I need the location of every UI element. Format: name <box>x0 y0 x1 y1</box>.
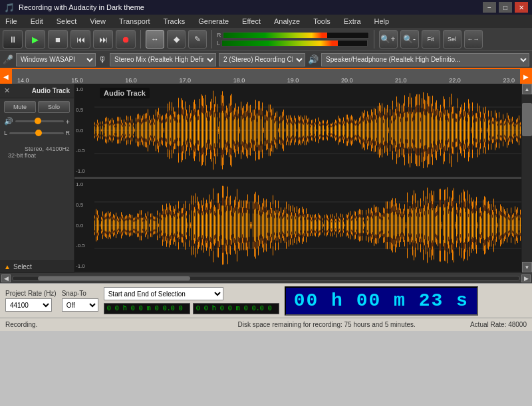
track-panel: ✕ Audio Track Mute Solo 🔊 + L <box>0 84 74 272</box>
waveform-area[interactable]: 1.0 0.5 0.0 -0.5 -1.0 1.0 0.5 0.0 -0.5 -… <box>74 84 521 272</box>
zoom-in-button[interactable]: 🔍+ <box>379 30 398 49</box>
zoom-out-button[interactable]: 🔍- <box>400 30 419 49</box>
envelope-tool-button[interactable]: ◆ <box>167 30 186 49</box>
solo-button[interactable]: Solo <box>38 101 70 113</box>
status-bar: Recording. Disk space remaining for reco… <box>0 318 532 331</box>
window-controls: − □ ✕ <box>483 2 528 13</box>
scroll-up-button[interactable]: ▲ <box>522 84 532 94</box>
input-select[interactable]: Stereo Mix (Realtek High Definition Audi… <box>110 53 216 66</box>
waveform-top-canvas <box>94 84 521 177</box>
tick-17: 17.0 <box>179 77 191 84</box>
horizontal-scrollbar: ◀ ▶ <box>0 272 532 283</box>
status-disk-space: Disk space remaining for recording: 75 h… <box>237 321 456 328</box>
project-rate-select[interactable]: 44100 <box>5 298 52 312</box>
mute-button[interactable]: Mute <box>4 101 36 113</box>
vu-bar-l-container <box>221 40 368 47</box>
scroll-left-button[interactable]: ◀ <box>1 274 11 282</box>
menu-edit[interactable]: Edit <box>28 16 46 27</box>
host-icon: 🎤 <box>3 54 13 64</box>
skip-start-button[interactable]: ⏮ <box>70 30 90 49</box>
menu-effect[interactable]: Effect <box>239 16 263 27</box>
output-select[interactable]: Speaker/Headphone (Realtek High Definiti… <box>321 53 529 66</box>
menu-extra[interactable]: Extra <box>341 16 364 27</box>
time-display: 00 h 00 m 23 s <box>285 286 478 316</box>
scroll-right-button[interactable]: ▶ <box>521 274 531 282</box>
close-button[interactable]: ✕ <box>515 2 528 13</box>
output-icon: 🔊 <box>308 54 319 64</box>
channels-select[interactable]: 2 (Stereo) Recording Chann... <box>219 53 305 66</box>
timeline-scroll-right[interactable]: ▶ <box>520 68 532 84</box>
menu-analyze[interactable]: Analyze <box>271 16 303 27</box>
amplitude-scale-top: 1.0 0.5 0.0 -0.5 -1.0 <box>74 84 94 177</box>
vu-label-r: R <box>217 32 221 39</box>
separator-1 <box>140 30 141 49</box>
menu-generate[interactable]: Generate <box>196 16 231 27</box>
track-title: Audio Track <box>32 87 70 94</box>
track-container: ✕ Audio Track Mute Solo 🔊 + L <box>0 84 532 272</box>
menu-help[interactable]: Help <box>372 16 392 27</box>
menu-select[interactable]: Select <box>54 16 80 27</box>
select-tool-button[interactable]: ↔ <box>146 30 164 49</box>
vu-label-l: L <box>217 40 220 47</box>
tick-15: 15.0 <box>71 77 83 84</box>
bottom-controls: Project Rate (Hz) 44100 Snap-To Off Star… <box>0 283 532 318</box>
scroll-down-button[interactable]: ▼ <box>522 262 532 272</box>
scroll-thumb-v[interactable] <box>522 103 532 136</box>
zoom-sel-button[interactable]: Sel <box>443 30 462 49</box>
title-bar: 🎵 Recording with Audacity in Dark theme … <box>0 0 532 15</box>
skip-end-button[interactable]: ⏭ <box>93 30 113 49</box>
time-start-input[interactable] <box>104 303 190 314</box>
track-select-label[interactable]: Select <box>13 263 32 270</box>
tick-21: 21.0 <box>395 77 407 84</box>
tick-14: 14.0 <box>17 77 29 84</box>
separator-3 <box>374 30 374 49</box>
zoom-fit-button[interactable]: Fit <box>422 30 440 49</box>
vu-fill-l <box>222 41 338 46</box>
scroll-thumb-h[interactable] <box>38 276 190 280</box>
gain-icon: 🔊 <box>4 117 13 126</box>
menu-view[interactable]: View <box>87 16 108 27</box>
timeline-scroll-left[interactable]: ◀ <box>0 68 12 84</box>
gain-slider-row: 🔊 + <box>4 117 70 126</box>
track-expand-icon[interactable]: ▲ <box>4 263 11 270</box>
tick-18: 18.0 <box>233 77 245 84</box>
toolbar-area: ⏸ ▶ ■ ⏮ ⏭ ⏺ ↔ ◆ ✎ R L <box>0 28 532 51</box>
vertical-scrollbar: ▲ ▼ <box>521 84 532 272</box>
gain-thumb[interactable] <box>35 118 41 124</box>
draw-tool-button[interactable]: ✎ <box>188 30 207 49</box>
tick-19: 19.0 <box>287 77 299 84</box>
play-button[interactable]: ▶ <box>25 30 45 49</box>
pan-thumb[interactable] <box>35 130 42 136</box>
time-end-input[interactable] <box>193 303 279 314</box>
selection-type-select[interactable]: Start and End of Selection <box>104 287 223 300</box>
time-inputs <box>104 303 279 314</box>
menu-tracks[interactable]: Tracks <box>161 16 188 27</box>
app-icon: 🎵 <box>4 3 15 13</box>
record-button[interactable]: ⏺ <box>116 30 136 49</box>
scroll-track-h <box>12 276 520 281</box>
pause-button[interactable]: ⏸ <box>3 30 23 49</box>
snap-to-group: Snap-To Off <box>62 290 98 312</box>
maximize-button[interactable]: □ <box>499 2 512 13</box>
project-rate-label: Project Rate (Hz) <box>5 290 57 297</box>
snap-to-select[interactable]: Off <box>62 298 98 312</box>
menu-transport[interactable]: Transport <box>116 16 153 27</box>
menu-file[interactable]: File <box>3 16 20 27</box>
main-content: ✕ Audio Track Mute Solo 🔊 + L <box>0 84 532 283</box>
host-select[interactable]: Windows WASAPI <box>16 53 96 66</box>
stop-button[interactable]: ■ <box>48 30 68 49</box>
vu-meter: R L <box>217 32 369 47</box>
timeline-ruler: ◀ 14.0 15.0 16.0 17.0 18.0 19.0 20.0 21.… <box>0 68 532 84</box>
gain-plus-icon: + <box>66 118 70 126</box>
separator-2 <box>211 30 212 49</box>
minimize-button[interactable]: − <box>483 2 496 13</box>
ruler: 14.0 15.0 16.0 17.0 18.0 19.0 20.0 21.0 … <box>12 69 520 84</box>
pan-slider-row: L R <box>4 130 70 136</box>
status-recording: Recording. <box>5 321 224 328</box>
track-close-button[interactable]: ✕ <box>4 86 10 95</box>
menu-tools[interactable]: Tools <box>311 16 333 27</box>
zoom-toggle-button[interactable]: ←→ <box>464 30 483 49</box>
tick-23: 23.0 <box>503 77 515 84</box>
tick-16: 16.0 <box>125 77 137 84</box>
waveform-bottom-canvas <box>94 179 521 272</box>
